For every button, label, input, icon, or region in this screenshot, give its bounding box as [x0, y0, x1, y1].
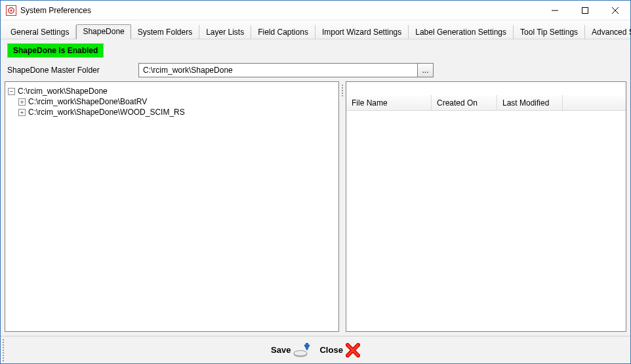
- tab-content: ShapeDone Is Enabled ShapeDone Master Fo…: [1, 39, 630, 336]
- tab-shapedone[interactable]: ShapeDone: [76, 24, 131, 39]
- tab-label: Advanced Settings: [592, 28, 631, 37]
- tab-import-wizard-settings[interactable]: Import Wizard Settings: [316, 25, 409, 39]
- tab-general-settings[interactable]: General Settings: [3, 25, 76, 39]
- app-icon: [6, 5, 16, 16]
- tab-system-folders[interactable]: System Folders: [131, 25, 199, 39]
- bottom-toolbar: Save Close: [1, 336, 630, 363]
- tree-node-label: C:\rcim_work\ShapeDone: [18, 86, 108, 96]
- svg-point-2: [10, 9, 12, 11]
- tab-layer-lists[interactable]: Layer Lists: [199, 25, 251, 39]
- grid-body[interactable]: [346, 111, 626, 331]
- grid-header: File Name Created On Last Modified: [346, 95, 626, 111]
- tab-label: Field Captions: [258, 28, 308, 37]
- save-button[interactable]: Save: [268, 342, 313, 359]
- tree-child-row[interactable]: + C:\rcim_work\ShapeDone\BoatRV: [18, 96, 336, 107]
- tree-root-row[interactable]: − C:\rcim_work\ShapeDone: [8, 86, 336, 96]
- tab-advanced-settings[interactable]: Advanced Settings: [585, 25, 631, 39]
- column-header-created-on[interactable]: Created On: [432, 95, 497, 110]
- tab-field-captions[interactable]: Field Captions: [251, 25, 316, 39]
- maximize-button[interactable]: [570, 1, 600, 20]
- tabstrip: General Settings ShapeDone System Folder…: [1, 20, 630, 39]
- master-folder-input[interactable]: [138, 63, 418, 77]
- splitter-handle[interactable]: [340, 81, 344, 332]
- collapse-icon[interactable]: −: [8, 88, 15, 95]
- master-folder-row: ShapeDone Master Folder ...: [7, 63, 624, 77]
- window-frame: System Preferences General Settings Shap…: [0, 0, 631, 364]
- tree-node-label: C:\rcim_work\ShapeDone\WOOD_SCIM_RS: [28, 107, 185, 117]
- tab-label: Layer Lists: [206, 28, 244, 37]
- svg-rect-6: [306, 343, 308, 346]
- svg-point-5: [294, 350, 307, 355]
- tab-label: System Folders: [138, 28, 192, 37]
- tree-node-label: C:\rcim_work\ShapeDone\BoatRV: [28, 96, 147, 107]
- tab-label-generation-settings[interactable]: Label Generation Settings: [409, 25, 514, 39]
- column-label: Last Modified: [502, 98, 549, 108]
- tab-label: ShapeDone: [83, 27, 124, 36]
- file-list-panel: File Name Created On Last Modified: [346, 81, 626, 332]
- tab-label: Import Wizard Settings: [322, 28, 401, 37]
- svg-rect-3: [582, 7, 588, 13]
- tab-label: General Settings: [10, 28, 69, 37]
- expand-icon[interactable]: +: [18, 109, 26, 116]
- column-header-file-name[interactable]: File Name: [346, 95, 432, 110]
- tab-tool-tip-settings[interactable]: Tool Tip Settings: [514, 25, 585, 39]
- shapedone-status-badge: ShapeDone Is Enabled: [7, 43, 104, 58]
- split-panels: − C:\rcim_work\ShapeDone + C:\rcim_work\…: [5, 81, 626, 332]
- close-label: Close: [319, 345, 342, 355]
- window-title: System Preferences: [20, 6, 91, 15]
- ellipsis-icon: ...: [422, 66, 428, 75]
- tab-label: Label Generation Settings: [415, 28, 506, 37]
- save-icon: [293, 343, 310, 357]
- titlebar: System Preferences: [1, 1, 630, 20]
- close-window-button[interactable]: [600, 1, 630, 20]
- close-button[interactable]: Close: [317, 342, 362, 359]
- tab-label: Tool Tip Settings: [520, 28, 578, 37]
- grip-dots-icon: [341, 84, 344, 97]
- column-label: File Name: [352, 98, 388, 108]
- close-icon: [346, 343, 360, 357]
- minimize-button[interactable]: [540, 1, 570, 20]
- column-label: Created On: [437, 98, 478, 108]
- folder-tree-panel: − C:\rcim_work\ShapeDone + C:\rcim_work\…: [5, 81, 339, 332]
- expand-icon[interactable]: +: [18, 98, 26, 106]
- browse-folder-button[interactable]: ...: [418, 63, 434, 77]
- tree-child-row[interactable]: + C:\rcim_work\ShapeDone\WOOD_SCIM_RS: [18, 107, 336, 117]
- master-folder-label: ShapeDone Master Folder: [7, 66, 132, 75]
- folder-tree[interactable]: − C:\rcim_work\ShapeDone + C:\rcim_work\…: [5, 82, 338, 121]
- save-label: Save: [271, 345, 291, 355]
- column-header-last-modified[interactable]: Last Modified: [497, 95, 563, 110]
